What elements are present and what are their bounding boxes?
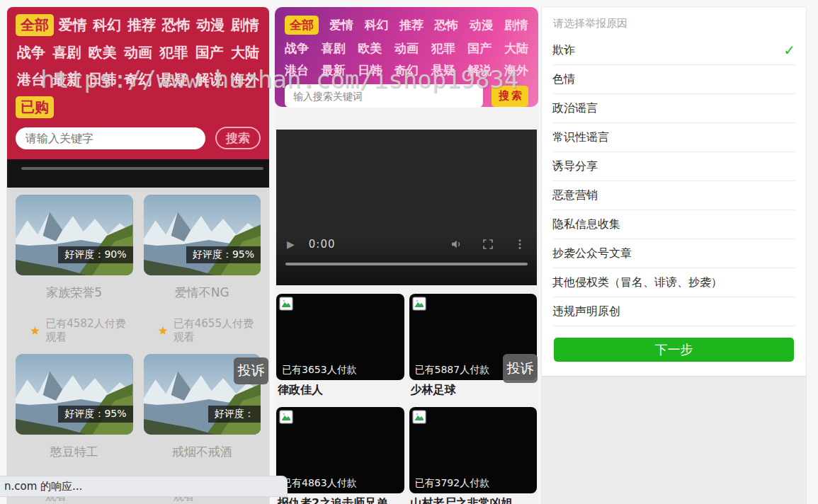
movie-card-jiazurongyu5[interactable]: 好评度：90% 家族荣誉5 ★ 已有4582人付费观看 bbox=[16, 195, 133, 354]
report-option-porn[interactable]: 色情 bbox=[552, 65, 795, 94]
menu-item-奇幻[interactable]: 奇幻 bbox=[123, 69, 154, 90]
menu-item-全部[interactable]: 全部 bbox=[285, 16, 319, 35]
next-step-button[interactable]: 下一步 bbox=[554, 338, 794, 362]
report-option-plagiarism-article[interactable]: 抄袭公众号文章 bbox=[552, 239, 795, 268]
movie-thumbnail[interactable]: 好评度：90% bbox=[16, 195, 133, 275]
menu-item-犯罪[interactable]: 犯罪 bbox=[158, 42, 189, 63]
menu-item-爱情[interactable]: 爱情 bbox=[57, 15, 89, 35]
report-option-common-rumor[interactable]: 常识性谣言 bbox=[552, 123, 795, 152]
volume-icon[interactable] bbox=[450, 238, 462, 251]
menu-item-恐怖[interactable]: 恐怖 bbox=[161, 15, 192, 35]
menu-item-港台[interactable]: 港台 bbox=[16, 69, 47, 90]
left-mini-player[interactable] bbox=[7, 159, 269, 188]
menu-item-动画[interactable]: 动画 bbox=[394, 40, 419, 57]
middle-menu-row-2: 战争喜剧欧美动画犯罪国产大陆 bbox=[285, 40, 528, 57]
menu-item-日韩[interactable]: 日韩 bbox=[87, 69, 118, 90]
menu-item-动画[interactable]: 动画 bbox=[123, 42, 154, 63]
report-option-label: 恶意营销 bbox=[552, 188, 598, 203]
menu-item-剧情[interactable]: 剧情 bbox=[504, 17, 528, 33]
menu-item-最新[interactable]: 最新 bbox=[322, 62, 346, 79]
menu-item-战争[interactable]: 战争 bbox=[16, 42, 47, 63]
menu-item-港台[interactable]: 港台 bbox=[285, 62, 309, 79]
menu-item-科幻[interactable]: 科幻 bbox=[91, 15, 123, 35]
left-search-button[interactable]: 搜索 bbox=[215, 127, 261, 149]
report-option-political-rumor[interactable]: 政治谣言 bbox=[552, 94, 795, 123]
menu-item-日韩[interactable]: 日韩 bbox=[358, 62, 382, 79]
menu-item-推荐[interactable]: 推荐 bbox=[126, 15, 157, 35]
star-icon: ★ bbox=[158, 323, 169, 338]
report-option-fraud[interactable]: 欺诈 ✓ bbox=[552, 36, 795, 65]
movie-card-shaolinzuqiu[interactable]: 已有5887人付款 少林足球 bbox=[409, 294, 538, 407]
left-player-progress-bar[interactable] bbox=[21, 167, 263, 170]
menu-item-科幻[interactable]: 科幻 bbox=[365, 17, 389, 33]
menu-item-奇幻[interactable]: 奇幻 bbox=[394, 62, 419, 79]
movie-card-lvzhengjiaren[interactable]: 已有3653人付款 律政佳人 bbox=[276, 294, 404, 407]
report-option-induced-sharing[interactable]: 诱导分享 bbox=[552, 152, 795, 181]
menu-item-海外[interactable]: 海外 bbox=[229, 69, 261, 90]
movie-title: 爱情不NG bbox=[144, 285, 261, 300]
fullscreen-icon[interactable] bbox=[482, 238, 494, 251]
movie-thumbnail[interactable]: 好评度：95% bbox=[16, 354, 133, 435]
menu-item-解说[interactable]: 解说 bbox=[194, 69, 225, 90]
menu-item-恐怖[interactable]: 恐怖 bbox=[434, 17, 458, 33]
middle-menu-row-3: 港台最新日韩奇幻悬疑解说海外 bbox=[285, 62, 528, 79]
left-complaint-button[interactable]: 投诉 bbox=[234, 357, 268, 384]
report-option-label: 抄袭公众号文章 bbox=[552, 246, 632, 261]
overflow-menu-icon[interactable] bbox=[513, 238, 526, 251]
play-icon[interactable]: ▶ bbox=[287, 239, 295, 250]
menu-item-最新[interactable]: 最新 bbox=[51, 69, 82, 90]
rating-badge: 好评度：90% bbox=[58, 246, 132, 263]
movie-card-baochouzhe2[interactable]: 已有4863人付款 报仇者2之追击师兄弟 bbox=[276, 407, 404, 504]
movie-thumbnail[interactable]: 已有4863人付款 bbox=[276, 407, 404, 493]
menu-item-喜剧[interactable]: 喜剧 bbox=[322, 40, 346, 57]
movie-thumbnail[interactable]: 已有3792人付款 bbox=[409, 407, 538, 493]
menu-item-国产[interactable]: 国产 bbox=[467, 40, 492, 57]
menu-item-悬疑[interactable]: 悬疑 bbox=[158, 69, 189, 90]
broken-image-icon bbox=[279, 410, 293, 424]
report-option-malicious-marketing[interactable]: 恶意营销 bbox=[552, 181, 795, 210]
report-option-other-infringement[interactable]: 其他侵权类（冒名、诽谤、抄袭） bbox=[552, 268, 795, 297]
left-menu-row-1: 全部爱情科幻推荐恐怖动漫剧情 bbox=[16, 14, 261, 36]
menu-item-爱情[interactable]: 爱情 bbox=[329, 17, 353, 33]
middle-search-button[interactable]: 搜索 bbox=[492, 86, 528, 107]
movie-card-aiqingbung[interactable]: 好评度：95% 爱情不NG ★ 已有4655人付费观看 bbox=[144, 195, 261, 354]
menu-item-剧情[interactable]: 剧情 bbox=[229, 15, 261, 35]
menu-item-海外[interactable]: 海外 bbox=[504, 62, 528, 79]
menu-item-大陆[interactable]: 大陆 bbox=[504, 40, 528, 57]
middle-category-header: 全部爱情科幻推荐恐怖动漫剧情 战争喜剧欧美动画犯罪国产大陆 港台最新日韩奇幻悬疑… bbox=[275, 7, 538, 107]
menu-item-国产[interactable]: 国产 bbox=[194, 42, 225, 63]
middle-complaint-button[interactable]: 投诉 bbox=[503, 354, 538, 383]
menu-item-大陆[interactable]: 大陆 bbox=[229, 42, 261, 63]
menu-item-解说[interactable]: 解说 bbox=[467, 62, 492, 79]
menu-item-推荐[interactable]: 推荐 bbox=[399, 17, 424, 33]
movie-title: 少林足球 bbox=[411, 383, 536, 399]
broken-image-icon bbox=[412, 410, 426, 424]
movie-card-shancunlaoshi[interactable]: 已有3792人付款 山村老尸之非常凶姐 bbox=[409, 407, 538, 504]
movie-thumbnail[interactable]: 已有3653人付款 bbox=[276, 294, 404, 380]
video-player[interactable]: ▶ 0:00 bbox=[276, 130, 537, 285]
movie-title: 家族荣誉5 bbox=[16, 285, 133, 300]
movie-thumbnail[interactable]: 好评度：95% bbox=[144, 195, 261, 275]
menu-item-喜剧[interactable]: 喜剧 bbox=[51, 42, 82, 63]
menu-item-欧美[interactable]: 欧美 bbox=[358, 40, 382, 57]
report-option-false-original-claim[interactable]: 违规声明原创 bbox=[552, 297, 795, 326]
menu-item-动漫[interactable]: 动漫 bbox=[195, 15, 226, 35]
movie-title: 山村老尸之非常凶姐 bbox=[411, 496, 536, 504]
middle-search-input[interactable] bbox=[285, 84, 483, 108]
middle-video-app-panel: 全部爱情科幻推荐恐怖动漫剧情 战争喜剧欧美动画犯罪国产大陆 港台最新日韩奇幻悬疑… bbox=[275, 7, 538, 504]
report-option-privacy-collection[interactable]: 隐私信息收集 bbox=[552, 210, 795, 239]
report-title: 请选择举报原因 bbox=[552, 7, 795, 36]
player-current-time: 0:00 bbox=[309, 238, 336, 251]
menu-item-欧美[interactable]: 欧美 bbox=[87, 42, 118, 63]
report-reason-panel: 请选择举报原因 欺诈 ✓ 色情 政治谣言 常识性谣言 诱导分享 恶意营销 隐私信… bbox=[542, 7, 806, 504]
menu-item-全部[interactable]: 全部 bbox=[16, 14, 54, 36]
player-progress-bar[interactable] bbox=[285, 263, 528, 265]
movie-title: 报仇者2之追击师兄弟 bbox=[278, 496, 403, 504]
menu-item-犯罪[interactable]: 犯罪 bbox=[431, 40, 455, 57]
left-search-input[interactable] bbox=[16, 127, 205, 149]
menu-item-战争[interactable]: 战争 bbox=[285, 40, 309, 57]
middle-movie-grid: 已有3653人付款 律政佳人 已有5887人付款 少林足球 已有4863人付款 … bbox=[276, 294, 537, 504]
menu-item-悬疑[interactable]: 悬疑 bbox=[431, 62, 455, 79]
tab-purchased[interactable]: 已购 bbox=[16, 96, 54, 118]
menu-item-动漫[interactable]: 动漫 bbox=[470, 17, 494, 33]
